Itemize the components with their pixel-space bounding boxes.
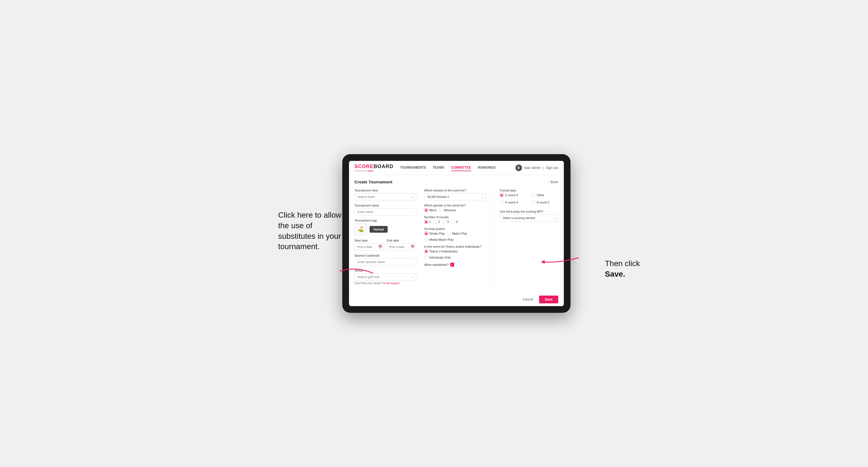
annotation-left: Click here to allow the use of substitut… bbox=[278, 210, 345, 252]
rounds-3-radio[interactable] bbox=[442, 220, 446, 224]
left-column: Tournament Host Tournament name Tourname… bbox=[354, 189, 419, 288]
format-5count4-option[interactable]: 5 count 4 bbox=[500, 193, 527, 197]
scoring-medal-label: Medal Match Play bbox=[429, 238, 453, 241]
tournament-host-select-wrapper bbox=[354, 193, 416, 200]
event-individuals-option[interactable]: Individuals Only bbox=[424, 255, 451, 259]
format-other-option[interactable]: Other bbox=[531, 193, 558, 197]
form-footer: Cancel Save bbox=[349, 292, 564, 306]
tablet-frame: SCORESCOREBOARDBOARD Powered by clippd T… bbox=[342, 154, 570, 313]
tournament-host-group: Tournament Host bbox=[354, 189, 416, 200]
nav-rankings[interactable]: RANKINGS bbox=[478, 164, 496, 171]
event-teams-label: Teams (+Individuals) bbox=[429, 250, 457, 253]
tournament-logo-label: Tournament logo bbox=[354, 219, 416, 222]
tournament-name-input[interactable] bbox=[354, 208, 416, 215]
upload-button[interactable]: Upload bbox=[370, 226, 388, 233]
annotation-right: Then clickThen click Save.Save. bbox=[605, 258, 640, 279]
event-type-label: Is this event for Teams and/or Individua… bbox=[424, 245, 486, 248]
end-date-label: End date bbox=[387, 239, 416, 242]
scoring-match-option[interactable]: Match Play bbox=[447, 231, 467, 236]
avatar: B bbox=[516, 164, 522, 171]
logo-scoreboard: SCORESCOREBOARDBOARD bbox=[354, 164, 394, 169]
rounds-3-option[interactable]: 3 bbox=[442, 220, 448, 224]
gender-womens-radio[interactable] bbox=[439, 208, 443, 212]
email-support-link[interactable]: email support bbox=[383, 282, 400, 285]
rounds-label: Number of rounds bbox=[424, 215, 486, 219]
rounds-group: Number of rounds 1 2 bbox=[424, 215, 486, 224]
venue-help: Can't find your venue? email support bbox=[354, 282, 416, 285]
rounds-2-option[interactable]: 2 bbox=[433, 220, 440, 224]
tournament-host-label: Tournament Host bbox=[354, 189, 416, 192]
rounds-radio-group: 1 2 3 bbox=[424, 220, 486, 224]
sign-out-link[interactable]: Sign out bbox=[546, 166, 558, 170]
format-6count5-option[interactable]: 6 count 5 bbox=[531, 200, 558, 204]
scoring-api-select[interactable]: Select a scoring service bbox=[500, 214, 558, 221]
format-6count5-label: 6 count 5 bbox=[537, 201, 549, 204]
rounds-4-option[interactable]: 4 bbox=[451, 220, 458, 224]
scoring-label: Scoring system bbox=[424, 227, 486, 230]
tournament-host-input[interactable] bbox=[354, 193, 416, 200]
gender-radio-group: Mens Womens bbox=[424, 208, 486, 212]
rounds-1-label: 1 bbox=[429, 220, 431, 223]
event-type-group: Is this event for Teams and/or Individua… bbox=[424, 245, 486, 259]
format-5count4-radio[interactable] bbox=[500, 193, 504, 197]
scoring-medal-option[interactable]: Medal Match Play bbox=[424, 238, 453, 242]
nav-links: TOURNAMENTS TEAMS COMMITTEE RANKINGS bbox=[400, 164, 516, 171]
event-teams-option[interactable]: Teams (+Individuals) bbox=[424, 249, 457, 253]
format-6count4-label: 6 count 4 bbox=[505, 201, 518, 204]
nav-committee[interactable]: COMMITTEE bbox=[451, 164, 471, 171]
cancel-button[interactable]: Cancel bbox=[519, 296, 536, 303]
form-grid: Tournament Host Tournament name Tourname… bbox=[354, 189, 558, 288]
content-area: Create Tournament ‹ Back Tournament Host bbox=[349, 175, 564, 292]
scoring-stroke-option[interactable]: Stroke Play bbox=[424, 231, 445, 236]
rounds-4-radio[interactable] bbox=[451, 220, 455, 224]
save-button[interactable]: Save bbox=[539, 295, 558, 303]
event-teams-radio[interactable] bbox=[424, 249, 428, 253]
rounds-4-label: 4 bbox=[456, 220, 458, 223]
nav-teams[interactable]: TEAMS bbox=[433, 164, 444, 171]
nav-right: B blair admin | Sign out bbox=[516, 164, 558, 171]
format-6count4-radio[interactable] bbox=[500, 200, 504, 204]
date-row: Start date 📅 End date bbox=[354, 239, 416, 250]
division-label: Which division is the event for? bbox=[424, 189, 486, 192]
dates-group: Start date 📅 End date bbox=[354, 239, 416, 250]
substitutes-checkbox[interactable]: ✓ bbox=[450, 263, 454, 267]
page-header: Create Tournament ‹ Back bbox=[354, 180, 558, 184]
scoring-api-label: Use third-party live scoring API? bbox=[500, 210, 558, 213]
event-type-radio-group: Teams (+Individuals) Individuals Only bbox=[424, 249, 486, 259]
scoring-match-label: Match Play bbox=[452, 232, 467, 235]
scoring-stroke-radio[interactable] bbox=[424, 231, 428, 236]
end-date-wrapper: 📅 bbox=[387, 243, 416, 250]
scoring-radio-group: Stroke Play Match Play Medal Match Play bbox=[424, 231, 486, 242]
gender-mens-radio[interactable] bbox=[424, 208, 428, 212]
start-date-group: Start date 📅 bbox=[354, 239, 384, 250]
navbar: SCORESCOREBOARDBOARD Powered by clippd T… bbox=[349, 161, 564, 175]
venue-select-wrapper bbox=[354, 273, 416, 281]
rounds-2-radio[interactable] bbox=[433, 220, 437, 224]
division-select[interactable]: NCAA Division I bbox=[424, 193, 486, 200]
tournament-name-label: Tournament name bbox=[354, 204, 416, 207]
start-date-wrapper: 📅 bbox=[354, 243, 384, 250]
format-5count4-label: 5 count 4 bbox=[505, 193, 518, 197]
user-name: blair admin bbox=[524, 166, 541, 170]
event-individuals-radio[interactable] bbox=[424, 255, 428, 259]
start-date-label: Start date bbox=[354, 239, 384, 242]
rounds-1-option[interactable]: 1 bbox=[424, 220, 431, 224]
middle-column: Which division is the event for? NCAA Di… bbox=[424, 189, 488, 288]
gender-mens-option[interactable]: Mens bbox=[424, 208, 437, 212]
logo-powered: Powered by clippd bbox=[354, 169, 394, 172]
rounds-1-radio[interactable] bbox=[424, 220, 428, 224]
back-link[interactable]: ‹ Back bbox=[549, 180, 558, 184]
venue-input[interactable] bbox=[354, 273, 416, 281]
scoring-medal-radio[interactable] bbox=[424, 238, 428, 242]
svg-marker-1 bbox=[541, 260, 545, 264]
format-6count5-radio[interactable] bbox=[531, 200, 535, 204]
nav-tournaments[interactable]: TOURNAMENTS bbox=[400, 164, 426, 171]
gender-womens-option[interactable]: Womens bbox=[439, 208, 456, 212]
right-column: Format type 5 count 4 Other bbox=[494, 189, 558, 288]
event-individuals-label: Individuals Only bbox=[429, 256, 451, 259]
format-other-radio[interactable] bbox=[531, 193, 535, 197]
format-6count4-option[interactable]: 6 count 4 bbox=[500, 200, 527, 204]
scoring-stroke-label: Stroke Play bbox=[429, 232, 445, 235]
scoring-match-radio[interactable] bbox=[447, 231, 451, 236]
format-group: Format type 5 count 4 Other bbox=[500, 189, 558, 207]
